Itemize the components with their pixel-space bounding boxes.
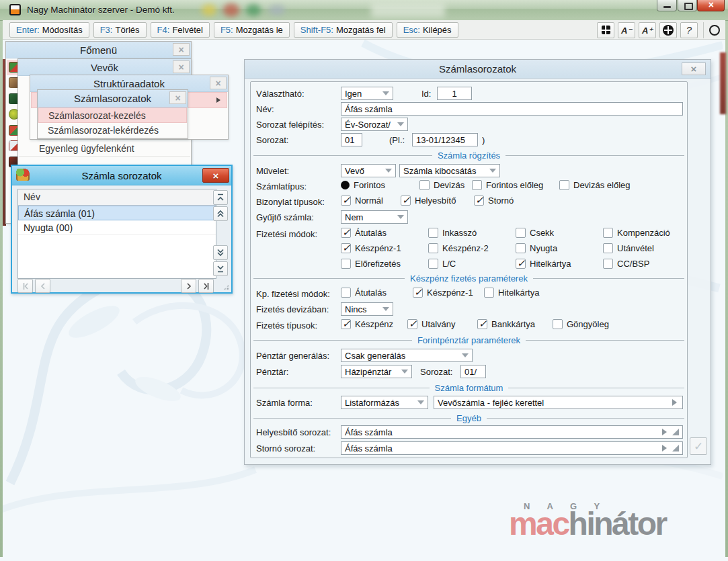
move-bottom-button[interactable] [213, 261, 228, 276]
select-value: Nincs [341, 304, 380, 314]
checkbox-csekk[interactable]: Csekk [516, 228, 554, 238]
font-increase-icon[interactable] [639, 22, 656, 38]
maximize-button[interactable] [678, 0, 697, 11]
last-page-button[interactable] [198, 279, 214, 293]
radio-forintos[interactable]: Forintos [341, 180, 385, 190]
checkbox-ccbsp[interactable]: CC/BSP [603, 259, 649, 269]
storno-sorozat-field[interactable]: Áfás számla [341, 441, 683, 455]
checkbox-hitelkartya[interactable]: Hitelkártya [516, 259, 571, 269]
minimize-button[interactable] [657, 0, 677, 11]
checkbox-nyugta[interactable]: Nyugta [516, 243, 557, 253]
checkbox-storno[interactable]: Stornó [474, 196, 514, 206]
checkbox-kp-hitelkartya[interactable]: Hitelkártya [484, 288, 539, 298]
dialog-titlebar[interactable]: Számlasorozatok [245, 60, 711, 79]
gyujto-select[interactable]: Nem [341, 210, 408, 224]
penztar-generalas-select[interactable]: Csak generálás [341, 349, 473, 362]
id-field[interactable]: 1 [437, 87, 472, 100]
move-top-button[interactable] [213, 190, 228, 205]
felepites-select[interactable]: Év-Sorozat/ [341, 118, 408, 131]
list-item-afas-szamla[interactable]: Áfás számla (01) [18, 206, 216, 220]
option-label: Göngyöleg [567, 319, 609, 329]
sorozat-field[interactable]: 01 [341, 133, 362, 146]
toolbar-button-felvetel[interactable]: F4:Felvétel [151, 22, 210, 38]
checkbox-devizas-eloleg[interactable]: Devizás előleg [559, 180, 631, 190]
checkbox-keszpenz-2[interactable]: Készpénz-2 [428, 243, 489, 253]
nev-field[interactable]: Áfás számla [341, 102, 683, 116]
titlebar[interactable]: Nagy Machinátor szerver - Demó kft. [0, 0, 728, 21]
checkbox-kp-keszpenz-1[interactable]: Készpénz-1 [413, 288, 473, 298]
penztar-sorozat-field[interactable]: 01/ [460, 365, 486, 378]
menu-item-lekerdezes[interactable]: Számlasorozat-lekérdezés [38, 123, 187, 138]
checkbox-ft-gongyoleg[interactable]: Göngyöleg [553, 319, 609, 329]
menu-window-szamlasorozatok[interactable]: Számlasorozatok Számlasorozat-kezelés Sz… [37, 89, 188, 139]
list-window-szamla-sorozatok[interactable]: Számla sorozatok Név Áfás számla (01) Ny… [11, 165, 233, 294]
toolbar-button-mozgatas-fel[interactable]: Shift-F5:Mozgatás fel [294, 22, 393, 38]
checkbox-forintos-eloleg[interactable]: Forintos előleg [472, 180, 543, 190]
menu-titlebar[interactable]: Számlasorozatok [38, 90, 188, 107]
checkbox-kp-atutalas[interactable]: Átutalás [341, 288, 387, 298]
close-button[interactable] [682, 62, 706, 75]
muvelet-select[interactable]: Vevő [341, 164, 396, 177]
font-decrease-icon[interactable] [618, 22, 635, 38]
checkbox-devizas[interactable]: Devizás [419, 180, 464, 190]
confirm-button[interactable] [690, 437, 707, 455]
previous-page-button[interactable] [35, 279, 50, 293]
szamla-forma-select[interactable]: Listaformázás [341, 396, 428, 409]
help-glyph [686, 24, 692, 36]
close-button[interactable] [697, 0, 725, 11]
select-value: Csak generálás [341, 351, 459, 361]
checkbox-lc[interactable]: L/C [428, 259, 456, 269]
list-item-nyugta[interactable]: Nyugta (00) [18, 220, 216, 235]
checkbox-elorefizetes[interactable]: Előrefizetés [341, 259, 401, 269]
toolbar-button-torles[interactable]: F3:Törlés [93, 22, 147, 38]
toolbar-button-mozgatas-le[interactable]: F5:Mozgatás le [214, 22, 290, 38]
menu-item-kezeles[interactable]: Számlasorozat-kezelés [38, 107, 187, 123]
helyesbito-sorozat-field[interactable]: Áfás számla [341, 425, 683, 439]
tiles-icon[interactable] [597, 22, 614, 38]
menu-item-egyenleg[interactable]: Egyenleg ügyfelenként [19, 141, 190, 157]
close-button[interactable] [202, 168, 229, 183]
checkbox-ft-bankkartya[interactable]: Bankkártya [477, 319, 535, 329]
list-window-titlebar[interactable]: Számla sorozatok [12, 166, 231, 185]
close-icon[interactable] [210, 77, 227, 89]
close-icon[interactable] [169, 91, 186, 104]
deviza-select[interactable]: Nincs [341, 302, 393, 316]
menu-titlebar[interactable]: Vevők [18, 59, 191, 76]
close-icon[interactable] [173, 43, 190, 56]
toolbar-button-modositas[interactable]: Enter:Módosítás [9, 22, 89, 38]
checkbox-normal[interactable]: Normál [341, 196, 383, 206]
dialog-szamlasorozatok[interactable]: Számlasorozatok Választható: Igen Id: 1 … [244, 59, 711, 465]
checkbox-inkasszo[interactable]: Inkasszó [428, 228, 477, 238]
checkbox-icon [477, 319, 487, 329]
field-label: Stornó sorozat: [256, 443, 315, 454]
checkbox-kompenzacio[interactable]: Kompenzáció [603, 228, 670, 238]
option-label: Utánvétel [617, 243, 654, 253]
navigate-icon[interactable] [659, 22, 677, 38]
record-icon[interactable] [709, 25, 720, 36]
penztar-select[interactable]: Házipénztár [341, 365, 412, 378]
close-icon[interactable] [173, 60, 190, 73]
checkbox-keszpenz-1[interactable]: Készpénz-1 [341, 243, 401, 253]
muvelet-tipus-select[interactable]: Számla kibocsátás [399, 164, 500, 177]
first-page-button[interactable] [17, 279, 33, 293]
checkbox-ft-utalvany[interactable]: Utalvány [407, 319, 456, 329]
series-list[interactable]: Név Áfás számla (01) Nyugta (00) [17, 189, 216, 279]
checkbox-atutalas[interactable]: Átutalás [341, 228, 387, 238]
select-value: Vevő [341, 166, 382, 176]
option-label: CC/BSP [617, 259, 649, 269]
next-page-button[interactable] [181, 279, 196, 293]
toolbar-button-kilepes[interactable]: Esc:Kilépés [397, 22, 458, 38]
resize-grip[interactable] [223, 284, 229, 290]
move-up-button[interactable] [213, 206, 228, 221]
move-down-button[interactable] [213, 245, 228, 260]
checkbox-utanvetel[interactable]: Utánvétel [603, 243, 654, 253]
example-field[interactable]: 13-01/12345 [412, 133, 478, 146]
menu-titlebar[interactable]: Főmenü [6, 42, 191, 58]
szamla-format-field[interactable]: Vevőszámla - fejléc kerettel [434, 396, 683, 409]
checkbox-ft-keszpenz[interactable]: Készpénz [341, 319, 393, 329]
shortcut-key: F3: [100, 25, 113, 35]
help-icon[interactable] [680, 22, 698, 38]
section-egyeb: Egyéb [253, 413, 684, 423]
checkbox-helyesbito[interactable]: Helyesbítő [401, 196, 456, 206]
valaszthato-select[interactable]: Igen [341, 87, 393, 100]
